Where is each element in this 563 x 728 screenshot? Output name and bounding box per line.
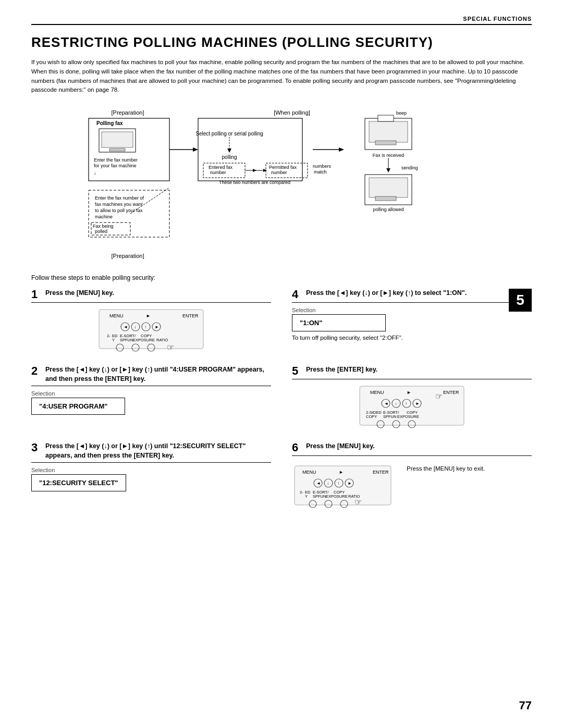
svg-text:MENU: MENU — [109, 313, 124, 318]
step-4-number: 4 — [292, 289, 302, 300]
step-1-block: 1 Press the [MENU] key. MENU ► ENTER ◄ ↓ — [31, 289, 271, 356]
step-2-block: 2 Press the [◄] key (↓) or [►] key (↑) u… — [31, 365, 271, 433]
steps-grid: 1 Press the [MENU] key. MENU ► ENTER ◄ ↓ — [31, 289, 532, 522]
step-5-badge: 5 — [509, 289, 532, 312]
diagram-svg: [Preparation] [When polling] Polling fax… — [31, 104, 532, 266]
svg-text:Fax being: Fax being — [93, 224, 114, 229]
svg-text:Enter the fax number of: Enter the fax number of — [95, 195, 144, 201]
step-1-text: Press the [MENU] key. — [45, 289, 271, 298]
svg-text:↓: ↓ — [395, 401, 397, 406]
step-1-number: 1 — [31, 289, 42, 300]
svg-text:polling: polling — [222, 154, 237, 160]
step-2-text: Press the [◄] key (↓) or [►] key (↑) unt… — [45, 365, 271, 384]
svg-text:ENTER: ENTER — [373, 470, 389, 475]
svg-text:Y: Y — [305, 494, 308, 499]
svg-text:►: ► — [339, 470, 344, 475]
svg-marker-8 — [193, 147, 198, 152]
page: SPECIAL FUNCTIONS RESTRICTING POLLING MA… — [0, 0, 563, 728]
step-2-number: 2 — [31, 365, 42, 377]
svg-text:↑: ↑ — [337, 481, 339, 486]
follow-steps-text: Follow these steps to enable polling sec… — [31, 274, 532, 281]
step-2-selection-box: "4:USER PROGRAM" — [31, 398, 125, 415]
svg-marker-28 — [339, 147, 344, 152]
svg-text:►: ► — [407, 390, 411, 395]
step-4-text: Press the [◄] key (↓) or [►] key (↑) to … — [306, 289, 467, 297]
svg-text:sending: sending — [401, 165, 418, 170]
page-number: 77 — [519, 699, 532, 712]
step-6-block: 6 Press the [MENU] key. MENU ► ENTER ◄ — [292, 442, 532, 512]
step-5-number: 5 — [292, 365, 302, 377]
svg-text:2-: 2- — [107, 334, 111, 338]
svg-text:EXPOSURE: EXPOSURE — [397, 414, 419, 419]
step-6-note: Press the [MENU] key to exit. — [407, 465, 485, 472]
svg-text:to allow to poll your fax: to allow to poll your fax — [95, 208, 143, 213]
svg-text:number: number — [271, 170, 287, 175]
step-3-header: 3 Press the [◄] key (↓) or [►] key (↑) u… — [31, 442, 271, 463]
step-1-image: MENU ► ENTER ◄ ↓ ↑ ► 2- ED E-SORT/ — [31, 307, 271, 354]
svg-marker-20 — [263, 169, 267, 172]
svg-text:for your fax machine: for your fax machine — [94, 163, 137, 168]
svg-text:polling allowed: polling allowed — [373, 207, 403, 212]
svg-rect-39 — [369, 178, 408, 198]
svg-text:↑: ↑ — [405, 401, 407, 406]
svg-rect-2 — [102, 132, 133, 147]
svg-marker-12 — [227, 149, 231, 153]
step-4-text-wrap: Press the [◄] key (↓) or [►] key (↑) to … — [306, 289, 532, 298]
svg-text:machine: machine — [95, 214, 113, 219]
svg-rect-0 — [89, 118, 169, 181]
preparation-label: [Preparation] — [112, 109, 144, 116]
step-4-selection-label: Selection — [292, 307, 532, 313]
svg-text:◄: ◄ — [384, 401, 388, 406]
svg-text:beep: beep — [396, 110, 407, 116]
svg-text:↓: ↓ — [94, 170, 96, 176]
svg-text:►: ► — [348, 481, 352, 486]
step-5-panel-svg: MENU ► ENTER ◄ ↓ ↑ ► 2-SIDED E-SORT/ COP… — [354, 384, 469, 430]
svg-rect-31 — [369, 121, 408, 142]
svg-text:SPFUN: SPFUN — [383, 414, 396, 419]
svg-text:numbers: numbers — [313, 164, 332, 169]
step-1-panel-svg: MENU ► ENTER ◄ ↓ ↑ ► 2- ED E-SORT/ — [94, 307, 209, 354]
svg-text:►: ► — [146, 313, 151, 318]
svg-text:polled: polled — [95, 229, 107, 234]
svg-text:◄: ◄ — [124, 325, 128, 329]
step-6-text: Press the [MENU] key. — [306, 442, 532, 451]
svg-text:Fax is received: Fax is received — [373, 153, 405, 158]
step-6-image: MENU ► ENTER ◄ ↓ ↑ ► 2- ED E-SORT/ — [292, 463, 396, 510]
svg-marker-36 — [386, 168, 390, 172]
svg-text:↑: ↑ — [144, 325, 146, 329]
step-3-text: Press the [◄] key (↓) or [►] key (↑) unt… — [45, 442, 271, 460]
svg-text:☞: ☞ — [354, 498, 362, 507]
step-3-selection-label: Selection — [31, 467, 271, 473]
svg-text:►: ► — [415, 401, 420, 406]
svg-text:EXPOSURE: EXPOSURE — [133, 338, 155, 342]
step-2-header: 2 Press the [◄] key (↓) or [►] key (↑) u… — [31, 365, 271, 386]
svg-text:2-: 2- — [300, 490, 303, 495]
step-5-text: Press the [ENTER] key. — [306, 365, 532, 375]
step-6-number: 6 — [292, 442, 302, 453]
svg-text:☞: ☞ — [435, 392, 443, 401]
svg-text:Entered fax: Entered fax — [209, 165, 233, 170]
header-bar: SPECIAL FUNCTIONS — [31, 16, 532, 25]
step-5-header: 5 Press the [ENTER] key. — [292, 365, 532, 379]
svg-text:Select polling or serial polli: Select polling or serial polling — [195, 131, 263, 137]
step-4-block: 4 Press the [◄] key (↓) or [►] key (↑) t… — [292, 289, 532, 356]
when-polling-label: [When polling] — [274, 109, 310, 116]
svg-text:ENTER: ENTER — [443, 390, 459, 395]
svg-text:ENTER: ENTER — [182, 313, 199, 318]
svg-text:MENU: MENU — [302, 470, 316, 475]
svg-text:Enter the fax number: Enter the fax number — [94, 157, 138, 163]
step-5-image: MENU ► ENTER ◄ ↓ ↑ ► 2-SIDED E-SORT/ COP… — [292, 384, 532, 430]
step-4-selection-box: "1:ON" — [292, 314, 386, 331]
svg-text:fax machines you want: fax machines you want — [95, 202, 143, 207]
svg-text:RATIO: RATIO — [156, 338, 168, 342]
svg-text:SPFUN: SPFUN — [120, 338, 133, 342]
svg-text:↓: ↓ — [327, 481, 329, 486]
polling-fax-label: Polling fax — [96, 120, 123, 126]
step-6-header: 6 Press the [MENU] key. — [292, 442, 532, 456]
svg-line-50 — [130, 188, 169, 214]
svg-rect-40 — [375, 196, 396, 201]
page-title: RESTRICTING POLLING MACHINES (POLLING SE… — [31, 34, 532, 51]
svg-rect-32 — [375, 141, 396, 145]
svg-text:Y: Y — [112, 338, 115, 342]
svg-text:◄: ◄ — [316, 481, 321, 486]
